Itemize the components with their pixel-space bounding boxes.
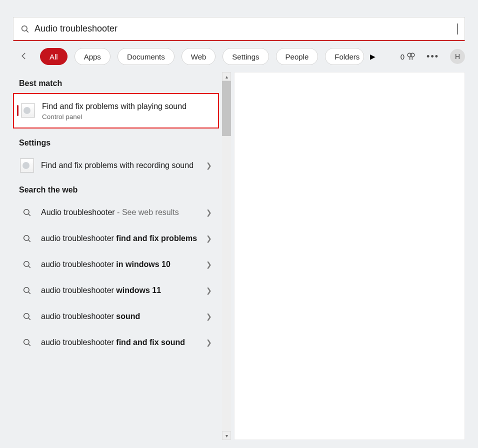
account-avatar[interactable]: H (450, 49, 465, 64)
control-panel-mic-icon (20, 158, 34, 172)
preview-pane (234, 72, 465, 440)
chevron-right-icon: ❯ (206, 312, 212, 320)
search-icon (20, 232, 34, 246)
result-web-item[interactable]: audio troubleshooter find and fix proble… (13, 226, 219, 252)
scroll-down-button[interactable]: ▾ (222, 431, 231, 440)
svg-line-15 (28, 344, 30, 346)
svg-point-8 (24, 261, 30, 266)
chevron-right-icon: ❯ (206, 234, 212, 242)
result-title: audio troubleshooter find and fix sound (41, 337, 199, 348)
result-web-item[interactable]: audio troubleshooter windows 11 ❯ (13, 278, 219, 304)
svg-point-12 (24, 313, 30, 318)
svg-point-14 (24, 339, 30, 344)
result-title: audio troubleshooter in windows 10 (41, 259, 199, 270)
text-caret (457, 24, 458, 34)
section-header-web: Search the web (13, 178, 219, 200)
search-icon (20, 258, 34, 272)
result-title: audio troubleshooter find and fix proble… (41, 233, 199, 244)
tabs-scroll-right[interactable]: ▶ (370, 52, 376, 60)
search-icon (20, 206, 34, 220)
tab-documents[interactable]: Documents (118, 48, 174, 65)
svg-point-10 (24, 287, 30, 292)
rewards-counter[interactable]: 0 (400, 52, 416, 61)
svg-line-9 (28, 266, 30, 268)
scrollbar[interactable]: ▴ ▾ (222, 72, 231, 440)
search-icon (20, 24, 30, 34)
avatar-letter: H (455, 52, 460, 60)
result-title: audio troubleshooter sound (41, 311, 199, 322)
tab-settings[interactable]: Settings (222, 48, 268, 65)
tab-folders[interactable]: Folders (325, 48, 364, 65)
svg-point-4 (24, 209, 30, 214)
back-button[interactable] (17, 52, 31, 62)
search-icon (20, 310, 34, 324)
search-box[interactable] (13, 17, 465, 41)
tab-people[interactable]: People (276, 48, 318, 65)
control-panel-speaker-icon (21, 104, 35, 118)
more-options[interactable]: ••• (426, 52, 439, 62)
svg-point-6 (24, 235, 30, 240)
search-input[interactable] (34, 22, 458, 36)
result-best-match[interactable]: Find and fix problems with playing sound… (13, 93, 219, 128)
tab-apps[interactable]: Apps (74, 48, 110, 65)
chevron-right-icon: ❯ (206, 260, 212, 268)
result-settings-item[interactable]: Find and fix problems with recording sou… (13, 152, 219, 178)
svg-line-5 (28, 214, 30, 216)
svg-line-13 (28, 318, 30, 320)
section-header-best-match: Best match (13, 72, 219, 93)
result-title: Audio troubleshooter - See web results (41, 207, 199, 218)
results-list: Best match Find and fix problems with pl… (13, 72, 222, 440)
search-icon (20, 284, 34, 298)
scroll-up-button[interactable]: ▴ (222, 72, 231, 81)
search-icon (20, 336, 34, 350)
section-header-settings: Settings (13, 132, 219, 152)
filter-tab-bar: All Apps Documents Web Settings People F… (0, 41, 478, 72)
result-web-item[interactable]: audio troubleshooter sound ❯ (13, 304, 219, 330)
result-web-item[interactable]: audio troubleshooter find and fix sound … (13, 330, 219, 356)
rewards-count: 0 (400, 52, 404, 61)
scroll-thumb[interactable] (222, 81, 231, 136)
svg-line-7 (28, 240, 30, 242)
chevron-right-icon: ❯ (206, 162, 212, 170)
result-subtitle: Control panel (42, 113, 211, 120)
result-title: Find and fix problems with playing sound (42, 101, 211, 112)
result-title: audio troubleshooter windows 11 (41, 285, 199, 296)
result-web-item[interactable]: Audio troubleshooter - See web results ❯ (13, 200, 219, 226)
svg-point-0 (22, 26, 28, 31)
result-web-item[interactable]: audio troubleshooter in windows 10 ❯ (13, 252, 219, 278)
tab-web[interactable]: Web (182, 48, 216, 65)
tab-all[interactable]: All (40, 48, 68, 65)
scroll-track[interactable] (222, 81, 231, 431)
svg-line-1 (26, 30, 28, 32)
chevron-right-icon: ❯ (206, 208, 212, 216)
chevron-right-icon: ❯ (206, 338, 212, 346)
chevron-right-icon: ❯ (206, 286, 212, 294)
result-title: Find and fix problems with recording sou… (41, 160, 199, 171)
rewards-icon (406, 52, 416, 61)
svg-line-11 (28, 292, 30, 294)
